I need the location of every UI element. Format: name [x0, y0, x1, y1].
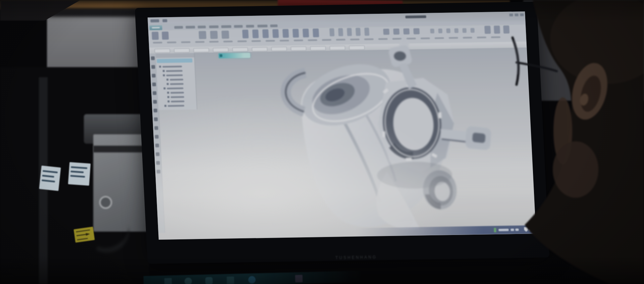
- person-silhouette: [0, 0, 644, 284]
- workstation-photo: TUSHENHANG: [0, 0, 644, 284]
